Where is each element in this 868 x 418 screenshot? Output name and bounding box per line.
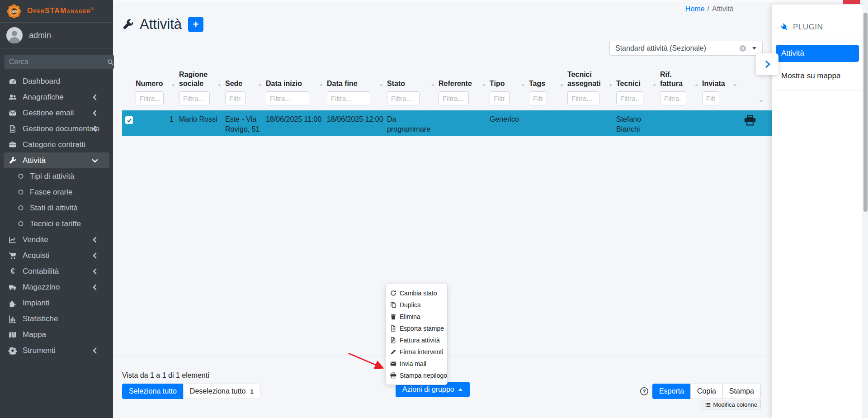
user-panel[interactable]: admin — [0, 23, 113, 48]
export-button[interactable]: Esporta — [652, 384, 691, 399]
breadcrumb-separator: / — [708, 5, 709, 13]
clear-selection-icon[interactable] — [739, 45, 746, 52]
app-sidebar: OSM OpenSTAManager® admin DashboardAnagr… — [0, 0, 113, 418]
sidebar-item-tecnici-e-tariffe[interactable]: Tecnici e tariffe — [4, 216, 109, 232]
menu-item-esporta-stampe[interactable]: Esporta stampe — [386, 323, 447, 334]
sort-caret-icon — [560, 83, 564, 87]
column-label: Tags — [529, 79, 545, 88]
sidebar-item-label: Attività — [23, 156, 46, 165]
menu-item-firma-interventi[interactable]: Firma interventi — [386, 346, 447, 358]
sidebar-item-magazzino[interactable]: Magazzino — [4, 279, 109, 295]
search-input[interactable] — [5, 55, 107, 69]
scrollbar-thumb[interactable] — [863, 13, 868, 212]
column-sort-tecnici[interactable]: Tecnici — [616, 67, 660, 88]
breadcrumb-home-link[interactable]: Home — [685, 5, 705, 13]
sidebar-item-tipi-di-attivita[interactable]: Tipi di attività — [4, 168, 109, 184]
row-checkbox[interactable] — [125, 116, 133, 124]
column-sort-ragione-sociale[interactable]: Ragione sociale — [179, 67, 225, 88]
sidebar-item-mappa[interactable]: Mappa — [4, 327, 109, 342]
breadcrumb: Home/Attività — [685, 5, 734, 13]
sidebar-item-label: Statistiche — [23, 314, 58, 323]
chevron-left-icon — [90, 252, 99, 260]
column-sort-tags[interactable]: Tags — [529, 67, 567, 88]
column-sort-numero[interactable]: Numero — [136, 67, 179, 88]
column-sort-stato[interactable]: Stato — [387, 67, 439, 88]
filter-input-tags[interactable] — [529, 91, 547, 105]
plugin-item-attivita[interactable]: Attività — [776, 45, 859, 62]
menu-item-fattura-attivita[interactable]: Fattura attività — [386, 334, 447, 346]
menu-item-stampa-riepilogo[interactable]: Stampa riepilogo — [386, 370, 447, 381]
pen-icon — [390, 349, 396, 355]
column-label: Data fine — [327, 79, 358, 88]
filter-input-data-inizio[interactable] — [266, 91, 309, 105]
cell-data-fine: 18/06/2025 12:00 — [327, 114, 387, 136]
sidebar-item-contabilita[interactable]: €Contabilità — [4, 263, 109, 279]
menu-item-label: Cambia stato — [400, 290, 437, 297]
caret-down-icon — [752, 46, 757, 51]
help-icon[interactable]: ? — [640, 387, 649, 396]
copy-button[interactable]: Copia — [690, 384, 723, 399]
plugin-divider — [772, 90, 863, 90]
search-button[interactable] — [107, 55, 114, 69]
column-sort-tecnici-assegnati[interactable]: Tecnici assegnati — [567, 67, 616, 88]
column-label: Inviata — [702, 79, 725, 88]
sidebar-item-gestione-email[interactable]: Gestione email — [4, 105, 109, 121]
filter-input-data-fine[interactable] — [327, 91, 370, 105]
edit-columns-button[interactable]: Modifica colonne — [702, 400, 761, 409]
add-activity-button[interactable]: + — [188, 17, 203, 32]
row-print-icon[interactable] — [744, 114, 756, 126]
column-header-tecnici: Tecnici — [616, 67, 660, 105]
file-invoice-icon — [390, 337, 396, 343]
filter-input-tecnici[interactable] — [616, 91, 643, 105]
menu-item-duplica[interactable]: Duplica — [386, 299, 447, 311]
sidebar-item-gestione-documentale[interactable]: Gestione documentale — [4, 121, 109, 137]
sidebar-item-stati-di-attivita[interactable]: Stati di attività — [4, 200, 109, 216]
print-template-select[interactable]: Standard attività (Sezionale) — [609, 41, 763, 56]
filter-input-stato[interactable] — [387, 91, 420, 105]
column-label: Tecnici assegnati — [567, 70, 606, 88]
column-sort-inviata[interactable]: Inviata — [702, 67, 741, 88]
row-actions-cell — [741, 114, 763, 136]
select-all-button[interactable]: Seleziona tutto — [122, 384, 184, 399]
column-sort-data-inizio[interactable]: Data inizio — [266, 67, 327, 88]
table-row[interactable]: 1Mario RossiEste - Via Rovigo, 5118/06/2… — [122, 110, 859, 136]
column-sort-sede[interactable]: Sede — [225, 67, 266, 88]
filter-input-ragione-sociale[interactable] — [179, 91, 210, 105]
sidebar-item-anagrafiche[interactable]: Anagrafiche — [4, 89, 109, 105]
column-sort-tipo[interactable]: Tipo — [490, 67, 529, 88]
filter-input-rif-fattura[interactable] — [660, 91, 686, 105]
column-header-tags: Tags — [529, 67, 567, 105]
filter-input-numero[interactable] — [136, 91, 164, 105]
sidebar-item-impianti[interactable]: Impianti — [4, 295, 109, 311]
filter-input-referente[interactable] — [439, 91, 469, 105]
sidebar-item-acquisti[interactable]: Acquisti — [4, 247, 109, 263]
filter-input-sede[interactable] — [225, 91, 245, 105]
plugin-item-mostra-su-mappa[interactable]: Mostra su mappa — [776, 67, 859, 85]
brand[interactable]: OSM OpenSTAManager® — [0, 0, 113, 23]
menu-item-elimina[interactable]: Elimina — [386, 311, 447, 323]
page-header: Attività + Home/Attività — [113, 0, 868, 33]
filter-input-inviata[interactable] — [702, 91, 719, 105]
filter-input-tipo[interactable] — [490, 91, 509, 105]
deselect-all-button[interactable]: Deseleziona tutto1 — [183, 384, 260, 399]
plugin-panel-toggle-button[interactable] — [756, 53, 778, 75]
topbar-red-button[interactable] — [843, 0, 860, 4]
sidebar-item-strumenti[interactable]: Strumenti — [4, 342, 109, 358]
sidebar-item-attivita[interactable]: Attività — [4, 152, 109, 168]
column-sort-rif-fattura[interactable]: Rif. fattura — [660, 67, 702, 88]
sidebar-item-dashboard[interactable]: Dashboard — [4, 73, 109, 89]
sidebar-item-statistiche[interactable]: Statistiche — [4, 311, 109, 327]
cell-stato: Da programmare — [387, 114, 439, 136]
menu-item-invia-mail[interactable]: Invia mail — [386, 358, 447, 370]
menu-item-cambia-stato[interactable]: Cambia stato — [386, 287, 447, 299]
filter-input-tecnici-assegnati[interactable] — [567, 91, 599, 105]
menu-item-label: Stampa riepilogo — [400, 372, 447, 379]
breadcrumb-current: Attività — [712, 5, 734, 13]
column-label: Sede — [225, 79, 242, 88]
print-button[interactable]: Stampa — [722, 384, 761, 399]
column-sort-referente[interactable]: Referente — [439, 67, 490, 88]
sidebar-item-fasce-orarie[interactable]: Fasce orarie — [4, 184, 109, 200]
sidebar-item-vendite[interactable]: Vendite — [4, 232, 109, 247]
sidebar-item-categorie-contratti[interactable]: Categorie contratti — [4, 137, 109, 152]
column-sort-data-fine[interactable]: Data fine — [327, 67, 387, 88]
